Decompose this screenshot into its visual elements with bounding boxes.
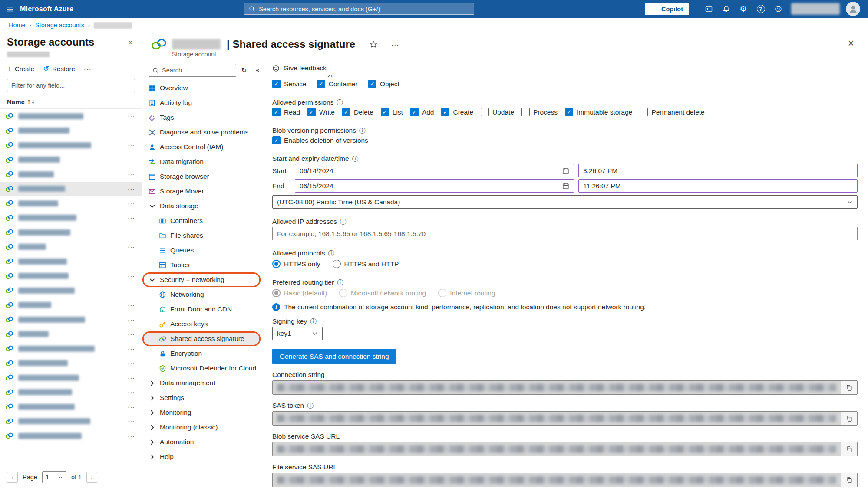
checkbox-permanent-delete[interactable]: Permanent delete [640,108,704,116]
next-page-button[interactable]: › [86,472,97,483]
row-actions-button[interactable]: ··· [126,184,137,193]
menu-item-front-door-and-cdn[interactable]: Front Door and CDN [142,302,262,317]
row-actions-button[interactable]: ··· [126,301,137,309]
menu-item-access-keys[interactable]: Access keys [142,317,262,331]
copy-button[interactable] [841,412,857,425]
menu-item-storage-mover[interactable]: Storage Mover [142,184,262,199]
storage-account-row[interactable]: ··· [0,356,142,371]
storage-account-row[interactable]: ··· [0,138,142,153]
page-select[interactable]: 1 [42,471,66,483]
menu-collapse-button[interactable]: « [252,65,263,76]
menu-item-access-control-iam[interactable]: Access Control (IAM) [142,140,262,154]
menu-group-data-management[interactable]: Data management [142,376,262,390]
copy-button[interactable] [841,442,857,456]
storage-account-row[interactable]: ··· [0,182,142,197]
storage-account-row[interactable]: ··· [0,153,142,167]
checkbox-create[interactable]: ✓Create [441,108,473,116]
hamburger-menu-button[interactable] [0,0,20,18]
info-icon[interactable]: ⓘ [359,128,366,134]
give-feedback-link[interactable]: Give feedback [272,62,327,74]
menu-item-encryption[interactable]: Encryption [142,346,262,361]
storage-account-row[interactable]: ··· [0,225,142,240]
copy-button[interactable] [841,381,857,394]
storage-account-row[interactable]: ··· [0,196,142,211]
info-icon[interactable]: ⓘ [337,99,343,106]
menu-item-activity-log[interactable]: Activity log [142,95,262,110]
row-actions-button[interactable]: ··· [126,112,137,121]
generate-sas-button[interactable]: Generate SAS and connection string [272,349,396,364]
storage-account-row[interactable]: ··· [0,400,142,414]
row-actions-button[interactable]: ··· [126,388,137,396]
menu-group-automation[interactable]: Automation [142,435,262,449]
storage-account-row[interactable]: ··· [0,109,142,124]
settings-button[interactable]: ⚙ [736,1,751,17]
start-date-input[interactable]: 06/14/2024 [295,164,574,177]
checkbox-service[interactable]: ✓Service [272,80,307,88]
menu-search-box[interactable] [149,64,236,77]
menu-item-tables[interactable]: Tables [142,258,262,272]
storage-account-row[interactable]: ··· [0,298,142,313]
row-actions-button[interactable]: ··· [126,170,137,179]
menu-group-security-networking[interactable]: Security + networking [142,272,261,287]
storage-account-row[interactable]: ··· [0,312,142,327]
close-blade-button[interactable]: × [846,38,856,49]
help-button[interactable]: ? [753,1,769,17]
row-actions-button[interactable]: ··· [126,126,137,135]
name-column-header[interactable]: Name ↑↓ [0,95,142,109]
row-actions-button[interactable]: ··· [126,330,137,338]
menu-item-queues[interactable]: Queues [142,243,262,258]
filter-box[interactable] [7,79,135,92]
account-avatar[interactable] [846,2,860,16]
favorite-button[interactable] [368,39,379,49]
row-actions-button[interactable]: ··· [126,141,137,150]
storage-account-row[interactable]: ··· [0,283,142,298]
feedback-button[interactable] [770,1,786,17]
panel-collapse-button[interactable]: « [126,37,135,47]
radio-https-only[interactable]: HTTPS only [272,260,320,268]
menu-item-storage-browser[interactable]: Storage browser [142,169,262,184]
radio-https-and-http[interactable]: HTTPS and HTTP [333,260,399,268]
timezone-select[interactable]: (UTC-08:00) Pacific Time (US & Canada) [272,195,858,209]
info-icon[interactable]: ⓘ [352,156,359,162]
global-search-input[interactable] [259,6,469,13]
end-date-input[interactable]: 06/15/2024 [295,179,574,193]
start-time-input[interactable]: 3:26:07 PM [578,164,858,177]
info-icon[interactable]: ⓘ [328,250,334,257]
previous-page-button[interactable]: ‹ [7,472,18,483]
storage-account-row[interactable]: ··· [0,370,142,385]
storage-account-row[interactable]: ··· [0,269,142,284]
menu-item-tags[interactable]: Tags [142,110,262,125]
copilot-button[interactable]: Copilot [645,3,689,15]
menu-item-networking[interactable]: Networking [142,287,262,302]
menu-group-settings[interactable]: Settings [142,390,262,405]
notifications-button[interactable] [718,1,734,17]
row-actions-button[interactable]: ··· [126,432,137,440]
storage-account-row[interactable]: ··· [0,341,142,356]
menu-group-help[interactable]: Help [142,449,262,464]
restore-button[interactable]: ↺Restore [39,63,79,75]
checkbox-add[interactable]: ✓Add [410,108,434,116]
breadcrumb-storage-accounts[interactable]: Storage accounts [35,22,84,29]
checkbox-container[interactable]: ✓Container [317,80,358,88]
checkbox-read[interactable]: ✓Read [272,108,300,116]
storage-account-row[interactable]: ··· [0,327,142,342]
row-actions-button[interactable]: ··· [126,373,137,382]
end-time-input[interactable]: 11:26:07 PM [578,179,858,193]
copy-button[interactable] [841,473,857,487]
menu-item-data-migration[interactable]: Data migration [142,154,262,169]
row-actions-button[interactable]: ··· [126,199,137,208]
menu-group-monitoring[interactable]: Monitoring [142,405,262,420]
create-button[interactable]: +Create [3,63,38,75]
menu-refresh-button[interactable]: ↻ [238,65,250,76]
menu-item-microsoft-defender-for-cloud[interactable]: Microsoft Defender for Cloud [142,361,262,376]
checkbox-object[interactable]: ✓Object [368,80,399,88]
menu-group-monitoring-classic[interactable]: Monitoring (classic) [142,420,262,435]
filter-input[interactable] [11,82,131,89]
row-actions-button[interactable]: ··· [126,257,137,266]
menu-item-diagnose-and-solve-problems[interactable]: Diagnose and solve problems [142,125,262,140]
checkbox-enables-deletion-of-versions[interactable]: ✓Enables deletion of versions [272,136,368,144]
checkbox-write[interactable]: ✓Write [307,108,335,116]
checkbox-update[interactable]: Update [481,108,514,116]
row-actions-button[interactable]: ··· [126,403,137,411]
blade-more-button[interactable]: ··· [390,39,400,49]
